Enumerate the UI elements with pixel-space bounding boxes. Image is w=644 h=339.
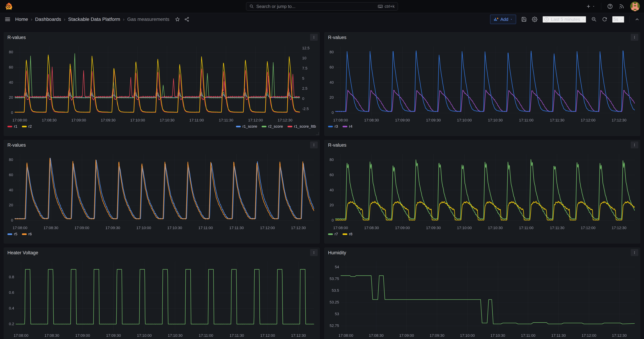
panel-menu-button[interactable] xyxy=(310,142,318,148)
panel-header[interactable]: R-values xyxy=(7,142,316,150)
legend-label: r7 xyxy=(334,232,338,236)
breadcrumb: Home › Dashboards › Stackable Data Platf… xyxy=(15,16,169,22)
legend-label: r3 xyxy=(334,124,338,129)
time-range-picker[interactable]: Last 5 minutes xyxy=(542,16,586,22)
dashboard-panel: R-values r3r4 xyxy=(324,32,640,136)
dashboard-settings-button[interactable] xyxy=(532,16,538,22)
dashboard-panel: R-values r7r8 xyxy=(324,140,640,244)
legend-label: r2 xyxy=(28,124,32,129)
breadcrumb-item-folder[interactable]: Stackable Data Platform xyxy=(68,16,120,22)
favorite-button[interactable] xyxy=(175,17,180,22)
panel-header[interactable]: Heater Voltage xyxy=(7,250,316,257)
share-icon xyxy=(184,17,189,22)
legend-color-chip xyxy=(342,126,347,127)
legend-item-r1_score_lttb[interactable]: r1_score_lttb xyxy=(288,124,316,129)
legend-item-r7[interactable]: r7 xyxy=(328,232,338,236)
legend-item-r1_score[interactable]: r1_score xyxy=(236,124,257,129)
legend-label: r5 xyxy=(14,232,18,236)
panel-menu-button[interactable] xyxy=(310,34,318,41)
profile-avatar[interactable] xyxy=(630,2,640,11)
divider xyxy=(601,3,601,10)
panel-resize-handle[interactable] xyxy=(316,132,319,135)
panel-header[interactable]: R-values xyxy=(328,142,637,150)
breadcrumb-item-home[interactable]: Home xyxy=(15,16,28,22)
refresh-interval-picker[interactable]: 5s xyxy=(612,16,624,22)
search-input[interactable]: Search or jump to... ctrl+k xyxy=(246,2,398,10)
refresh-icon xyxy=(602,17,607,22)
save-dashboard-button[interactable] xyxy=(521,16,527,22)
breadcrumb-separator: › xyxy=(64,17,65,22)
zoom-out-button[interactable] xyxy=(591,16,597,22)
legend-label: r8 xyxy=(349,232,352,236)
share-button[interactable] xyxy=(184,17,189,22)
legend-color-chip xyxy=(236,126,241,127)
legend-label: r2_score xyxy=(268,124,283,129)
panel-header[interactable]: R-values xyxy=(7,34,316,42)
panel-title: R-values xyxy=(8,35,26,40)
legend-color-chip xyxy=(22,234,27,235)
chevron-down-icon xyxy=(620,18,623,21)
panel-menu-button[interactable] xyxy=(310,249,318,256)
panel-title: Heater Voltage xyxy=(8,250,38,256)
panel-menu-button[interactable] xyxy=(631,142,638,148)
keyboard-icon xyxy=(378,4,383,9)
plus-icon xyxy=(586,4,591,9)
timeseries-chart[interactable] xyxy=(7,257,316,338)
legend-item-r2[interactable]: r2 xyxy=(22,124,32,129)
legend-item-r3[interactable]: r3 xyxy=(328,124,338,129)
search-icon xyxy=(250,4,254,9)
timeseries-chart[interactable] xyxy=(7,150,316,230)
legend-color-chip xyxy=(328,234,333,235)
kebab-icon xyxy=(633,143,636,147)
zoom-out-icon xyxy=(591,16,597,22)
legend-item-r8[interactable]: r8 xyxy=(342,232,352,236)
legend-label: r6 xyxy=(28,232,32,236)
search-shortcut: ctrl+k xyxy=(384,4,394,9)
timeseries-chart[interactable] xyxy=(328,42,637,123)
time-range-label: Last 5 minutes xyxy=(551,17,580,22)
legend-color-chip xyxy=(288,126,292,127)
panel-title: R-values xyxy=(328,35,346,40)
breadcrumb-item-dashboards[interactable]: Dashboards xyxy=(35,16,61,22)
legend-item-r6[interactable]: r6 xyxy=(22,232,32,236)
panel-menu-button[interactable] xyxy=(631,249,638,256)
legend-label: r1_score_lttb xyxy=(294,124,316,129)
kebab-icon xyxy=(312,36,316,39)
refresh-button[interactable] xyxy=(602,17,607,22)
kebab-icon xyxy=(312,251,316,254)
kebab-icon xyxy=(312,143,316,147)
panel-title: R-values xyxy=(328,142,346,148)
rss-icon xyxy=(619,4,624,9)
panel-legend: r1r2 r1_scorer2_scorer1_score_lttb xyxy=(7,123,316,130)
dashboard-panel: Heater Voltage heatervoltage xyxy=(4,248,320,339)
legend-item-r5[interactable]: r5 xyxy=(8,232,18,236)
dashboard-panel: Humidity humidity xyxy=(324,248,640,339)
grafana-logo[interactable] xyxy=(4,2,12,10)
legend-item-r1[interactable]: r1 xyxy=(8,124,18,129)
timeseries-chart[interactable] xyxy=(328,257,637,338)
top-bar: Search or jump to... ctrl+k xyxy=(0,0,644,13)
help-button[interactable] xyxy=(607,4,613,9)
legend-color-chip xyxy=(262,126,266,127)
timeseries-chart[interactable] xyxy=(328,150,637,230)
breadcrumb-separator: › xyxy=(31,17,32,22)
mega-menu-toggle[interactable] xyxy=(4,16,11,22)
panel-header[interactable]: R-values xyxy=(328,34,637,42)
add-panel-button[interactable]: Add xyxy=(490,15,516,24)
collapse-toolbar-button[interactable] xyxy=(635,17,640,22)
add-button-label: Add xyxy=(500,17,508,22)
panel-header[interactable]: Humidity xyxy=(328,250,637,257)
panel-title: R-values xyxy=(8,142,26,148)
legend-label: r1_score xyxy=(242,124,257,129)
dashboard-panel: R-values r5r6 xyxy=(4,140,320,244)
chevron-down-icon xyxy=(582,18,585,21)
panel-menu-button[interactable] xyxy=(631,34,638,41)
news-button[interactable] xyxy=(619,4,624,9)
legend-item-r2_score[interactable]: r2_score xyxy=(262,124,283,129)
hamburger-icon xyxy=(4,16,11,22)
legend-item-r4[interactable]: r4 xyxy=(342,124,352,129)
divider xyxy=(629,16,630,23)
kebab-icon xyxy=(633,251,636,254)
timeseries-chart[interactable] xyxy=(7,42,316,123)
new-menu-button[interactable] xyxy=(586,4,595,9)
